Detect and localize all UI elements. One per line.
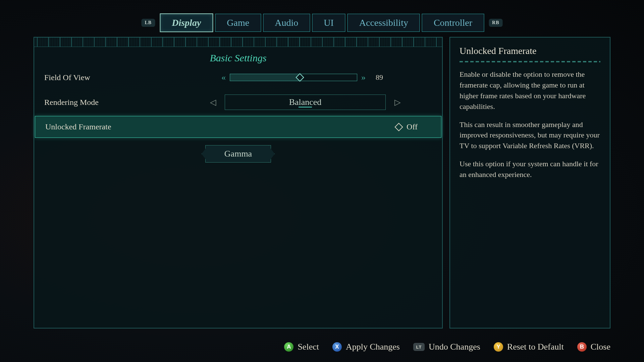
- b-button-icon: B: [577, 342, 587, 352]
- help-panel: Unlocked Framerate Enable or disable the…: [449, 37, 610, 328]
- row-gamma: Gamma: [34, 138, 442, 170]
- row-field-of-view[interactable]: Field Of View « » 89: [34, 66, 442, 88]
- diamond-icon: [394, 123, 403, 131]
- panel-title: Basic Settings: [34, 47, 442, 66]
- rb-bumper-hint: RB: [489, 19, 502, 27]
- option-prev-icon[interactable]: ◁: [205, 98, 221, 107]
- help-paragraph: Enable or disable the option to remove t…: [460, 69, 600, 112]
- hint-reset: Y Reset to Default: [494, 342, 564, 352]
- help-paragraph: Use this option if your system can handl…: [460, 159, 600, 180]
- row-unlocked-framerate[interactable]: Unlocked Framerate Off: [35, 116, 441, 138]
- fov-label: Field Of View: [44, 73, 178, 82]
- slider-track[interactable]: [230, 74, 357, 81]
- hint-select: A Select: [284, 342, 319, 352]
- fov-slider[interactable]: « » 89: [178, 72, 432, 82]
- lt-button-icon: LT: [413, 343, 425, 351]
- tab-ui[interactable]: UI: [312, 14, 345, 32]
- footer-hints: A Select X Apply Changes LT Undo Changes…: [284, 342, 610, 352]
- hint-label: Reset to Default: [507, 342, 564, 352]
- x-button-icon: X: [332, 342, 342, 352]
- tab-game[interactable]: Game: [215, 14, 261, 32]
- content-area: Basic Settings Field Of View « » 89 Rend…: [34, 37, 610, 328]
- slider-decrease-icon[interactable]: «: [221, 72, 226, 82]
- gamma-button[interactable]: Gamma: [205, 145, 271, 163]
- help-body: Enable or disable the option to remove t…: [460, 69, 600, 180]
- slider-increase-icon[interactable]: »: [361, 72, 366, 82]
- help-divider: [460, 61, 600, 62]
- settings-panel: Basic Settings Field Of View « » 89 Rend…: [34, 37, 443, 328]
- tab-bar: LB Display Game Audio UI Accessibility C…: [139, 13, 505, 32]
- help-paragraph: This can result in smoother gameplay and…: [460, 119, 600, 152]
- hint-apply: X Apply Changes: [332, 342, 400, 352]
- row-rendering-mode[interactable]: Rendering Mode ◁ Balanced ▷: [34, 88, 442, 116]
- unlocked-toggle[interactable]: Off: [396, 122, 431, 131]
- hint-label: Apply Changes: [346, 342, 400, 352]
- hint-label: Undo Changes: [429, 342, 480, 352]
- option-next-icon[interactable]: ▷: [390, 98, 405, 107]
- fov-value: 89: [376, 73, 389, 82]
- tab-controller[interactable]: Controller: [422, 14, 484, 32]
- rendering-selector[interactable]: ◁ Balanced ▷: [178, 95, 432, 110]
- y-button-icon: Y: [494, 342, 503, 352]
- unlocked-label: Unlocked Framerate: [45, 122, 179, 131]
- hint-label: Close: [591, 342, 610, 352]
- hint-label: Select: [298, 342, 319, 352]
- help-title: Unlocked Framerate: [460, 46, 600, 56]
- tab-accessibility[interactable]: Accessibility: [347, 14, 420, 32]
- panel-ornament: [34, 38, 442, 47]
- lb-bumper-hint: LB: [142, 19, 155, 27]
- hint-close: B Close: [577, 342, 610, 352]
- slider-fill: [230, 74, 300, 81]
- rendering-value[interactable]: Balanced: [225, 95, 386, 110]
- rendering-label: Rendering Mode: [44, 98, 178, 107]
- tab-audio[interactable]: Audio: [263, 14, 310, 32]
- tab-display[interactable]: Display: [160, 13, 213, 32]
- a-button-icon: A: [284, 342, 293, 352]
- hint-undo: LT Undo Changes: [413, 342, 480, 352]
- unlocked-value: Off: [407, 122, 418, 131]
